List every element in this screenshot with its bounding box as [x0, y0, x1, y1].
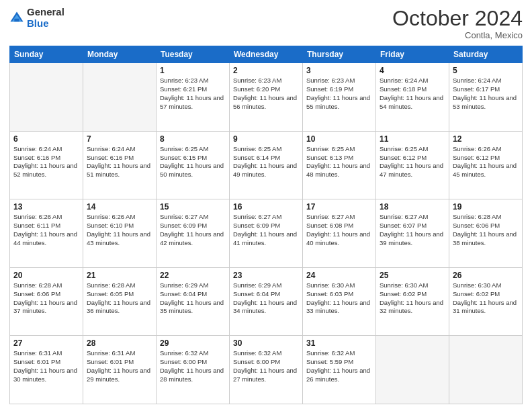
day-number: 12 [453, 134, 519, 144]
day-number: 19 [453, 202, 519, 212]
weekday-header: Thursday [303, 46, 376, 63]
calendar-week-row: 6Sunrise: 6:24 AMSunset: 6:16 PMDaylight… [10, 131, 523, 199]
calendar-cell: 2Sunrise: 6:23 AMSunset: 6:20 PMDaylight… [230, 63, 303, 132]
day-number: 28 [87, 338, 152, 348]
day-detail: Sunrise: 6:24 AMSunset: 6:18 PMDaylight:… [380, 77, 445, 111]
day-number: 6 [13, 134, 79, 144]
day-detail: Sunrise: 6:32 AMSunset: 6:00 PMDaylight:… [160, 349, 226, 383]
day-detail: Sunrise: 6:27 AMSunset: 6:08 PMDaylight:… [306, 213, 372, 247]
day-number: 14 [87, 202, 152, 212]
calendar-cell: 8Sunrise: 6:25 AMSunset: 6:15 PMDaylight… [157, 131, 230, 199]
calendar-cell: 5Sunrise: 6:24 AMSunset: 6:17 PMDaylight… [449, 63, 523, 132]
day-detail: Sunrise: 6:25 AMSunset: 6:13 PMDaylight:… [306, 145, 372, 179]
day-detail: Sunrise: 6:30 AMSunset: 6:02 PMDaylight:… [380, 281, 445, 316]
calendar-cell: 23Sunrise: 6:29 AMSunset: 6:04 PMDayligh… [230, 267, 303, 336]
calendar-cell: 13Sunrise: 6:26 AMSunset: 6:11 PMDayligh… [10, 199, 83, 268]
day-detail: Sunrise: 6:23 AMSunset: 6:21 PMDaylight:… [160, 77, 226, 111]
day-detail: Sunrise: 6:27 AMSunset: 6:07 PMDaylight:… [380, 213, 445, 247]
day-detail: Sunrise: 6:26 AMSunset: 6:12 PMDaylight:… [453, 145, 519, 179]
day-detail: Sunrise: 6:31 AMSunset: 6:01 PMDaylight:… [13, 349, 79, 383]
page: General Blue October 2024 Contla, Mexico… [0, 0, 532, 411]
calendar-cell [83, 63, 157, 132]
calendar-week-row: 27Sunrise: 6:31 AMSunset: 6:01 PMDayligh… [10, 336, 523, 404]
calendar-cell: 19Sunrise: 6:28 AMSunset: 6:06 PMDayligh… [449, 199, 523, 268]
day-number: 27 [13, 338, 79, 348]
calendar-cell: 20Sunrise: 6:28 AMSunset: 6:06 PMDayligh… [10, 267, 83, 336]
day-number: 8 [160, 134, 226, 144]
weekday-header: Sunday [10, 46, 83, 63]
day-detail: Sunrise: 6:25 AMSunset: 6:12 PMDaylight:… [380, 145, 445, 179]
logo-icon [9, 11, 24, 26]
day-number: 10 [306, 134, 372, 144]
day-detail: Sunrise: 6:25 AMSunset: 6:14 PMDaylight:… [233, 145, 299, 179]
calendar-week-row: 13Sunrise: 6:26 AMSunset: 6:11 PMDayligh… [10, 199, 523, 268]
day-detail: Sunrise: 6:28 AMSunset: 6:05 PMDaylight:… [87, 281, 152, 316]
calendar-cell: 7Sunrise: 6:24 AMSunset: 6:16 PMDaylight… [83, 131, 157, 199]
logo-blue-text: Blue [27, 17, 49, 29]
day-detail: Sunrise: 6:25 AMSunset: 6:15 PMDaylight:… [160, 145, 226, 179]
calendar-cell: 18Sunrise: 6:27 AMSunset: 6:07 PMDayligh… [376, 199, 449, 268]
title-block: October 2024 Contla, Mexico [392, 7, 523, 40]
day-number: 30 [233, 338, 299, 348]
day-detail: Sunrise: 6:31 AMSunset: 6:01 PMDaylight:… [87, 349, 152, 383]
calendar-cell: 26Sunrise: 6:30 AMSunset: 6:02 PMDayligh… [449, 267, 523, 336]
calendar-cell: 14Sunrise: 6:26 AMSunset: 6:10 PMDayligh… [83, 199, 157, 268]
day-number: 24 [306, 271, 372, 280]
calendar-cell: 11Sunrise: 6:25 AMSunset: 6:12 PMDayligh… [376, 131, 449, 199]
day-number: 1 [160, 66, 226, 75]
calendar-cell: 24Sunrise: 6:30 AMSunset: 6:03 PMDayligh… [303, 267, 376, 336]
calendar-cell: 29Sunrise: 6:32 AMSunset: 6:00 PMDayligh… [157, 336, 230, 404]
calendar-cell: 16Sunrise: 6:27 AMSunset: 6:09 PMDayligh… [230, 199, 303, 268]
calendar-cell: 6Sunrise: 6:24 AMSunset: 6:16 PMDaylight… [10, 131, 83, 199]
day-detail: Sunrise: 6:32 AMSunset: 5:59 PMDaylight:… [306, 349, 372, 383]
day-number: 7 [87, 134, 152, 144]
day-detail: Sunrise: 6:24 AMSunset: 6:16 PMDaylight:… [13, 145, 79, 179]
calendar-week-row: 20Sunrise: 6:28 AMSunset: 6:06 PMDayligh… [10, 267, 523, 336]
day-number: 3 [306, 66, 372, 75]
calendar-cell: 25Sunrise: 6:30 AMSunset: 6:02 PMDayligh… [376, 267, 449, 336]
logo-general-text: General [27, 6, 64, 17]
day-detail: Sunrise: 6:32 AMSunset: 6:00 PMDaylight:… [233, 349, 299, 383]
day-number: 15 [160, 202, 226, 212]
weekday-header: Friday [376, 46, 449, 63]
calendar-cell: 1Sunrise: 6:23 AMSunset: 6:21 PMDaylight… [157, 63, 230, 132]
calendar-cell: 27Sunrise: 6:31 AMSunset: 6:01 PMDayligh… [10, 336, 83, 404]
header: General Blue October 2024 Contla, Mexico [9, 7, 523, 40]
day-number: 29 [160, 338, 226, 348]
svg-rect-2 [14, 18, 19, 21]
logo: General Blue [9, 7, 64, 29]
calendar-cell: 9Sunrise: 6:25 AMSunset: 6:14 PMDaylight… [230, 131, 303, 199]
day-detail: Sunrise: 6:23 AMSunset: 6:20 PMDaylight:… [233, 77, 299, 111]
day-detail: Sunrise: 6:27 AMSunset: 6:09 PMDaylight:… [233, 213, 299, 247]
day-detail: Sunrise: 6:29 AMSunset: 6:04 PMDaylight:… [160, 281, 226, 316]
weekday-header: Saturday [449, 46, 523, 63]
logo-text: General Blue [27, 7, 64, 29]
calendar-cell: 10Sunrise: 6:25 AMSunset: 6:13 PMDayligh… [303, 131, 376, 199]
weekday-header: Wednesday [230, 46, 303, 63]
day-number: 17 [306, 202, 372, 212]
day-number: 2 [233, 66, 299, 75]
calendar-cell: 15Sunrise: 6:27 AMSunset: 6:09 PMDayligh… [157, 199, 230, 268]
calendar-cell: 3Sunrise: 6:23 AMSunset: 6:19 PMDaylight… [303, 63, 376, 132]
day-number: 18 [380, 202, 445, 212]
day-number: 25 [380, 271, 445, 280]
weekday-header: Monday [83, 46, 157, 63]
day-number: 5 [453, 66, 519, 75]
calendar-cell [10, 63, 83, 132]
day-detail: Sunrise: 6:27 AMSunset: 6:09 PMDaylight:… [160, 213, 226, 247]
day-number: 22 [160, 271, 226, 280]
day-number: 4 [380, 66, 445, 75]
month-title: October 2024 [392, 7, 523, 30]
calendar-cell: 21Sunrise: 6:28 AMSunset: 6:05 PMDayligh… [83, 267, 157, 336]
calendar-cell: 30Sunrise: 6:32 AMSunset: 6:00 PMDayligh… [230, 336, 303, 404]
day-detail: Sunrise: 6:23 AMSunset: 6:19 PMDaylight:… [306, 77, 372, 111]
day-detail: Sunrise: 6:24 AMSunset: 6:16 PMDaylight:… [87, 145, 152, 179]
day-detail: Sunrise: 6:29 AMSunset: 6:04 PMDaylight:… [233, 281, 299, 316]
day-detail: Sunrise: 6:30 AMSunset: 6:03 PMDaylight:… [306, 281, 372, 316]
calendar-cell: 28Sunrise: 6:31 AMSunset: 6:01 PMDayligh… [83, 336, 157, 404]
calendar-week-row: 1Sunrise: 6:23 AMSunset: 6:21 PMDaylight… [10, 63, 523, 132]
calendar-header-row: SundayMondayTuesdayWednesdayThursdayFrid… [10, 46, 523, 63]
day-detail: Sunrise: 6:26 AMSunset: 6:10 PMDaylight:… [87, 213, 152, 247]
calendar-cell: 31Sunrise: 6:32 AMSunset: 5:59 PMDayligh… [303, 336, 376, 404]
day-number: 16 [233, 202, 299, 212]
